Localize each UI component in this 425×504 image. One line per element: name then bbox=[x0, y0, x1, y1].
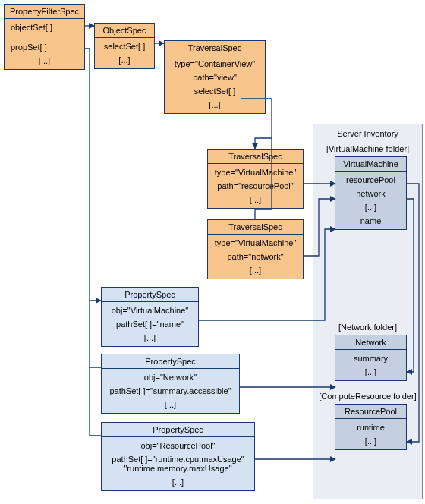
virtual-machine-box: VirtualMachine resourcePool network [...… bbox=[335, 156, 407, 230]
row-etc: [...] bbox=[208, 193, 303, 206]
row-path: path="resourcePool" bbox=[208, 179, 303, 193]
row-path: path="view" bbox=[165, 71, 265, 84]
row-propset: propSet[ ] bbox=[5, 40, 84, 54]
property-spec-1: PropertySpec obj="VirtualMachine" pathSe… bbox=[101, 287, 199, 347]
traversal-spec-3: TraversalSpec type="VirtualMachine" path… bbox=[207, 219, 304, 279]
row-pathset: pathSet[ ]="runtime.cpu.maxUsage" "runti… bbox=[102, 452, 254, 475]
row-pathset: pathSet[ ]="name" bbox=[102, 317, 198, 331]
box-title: PropertyFilterSpec bbox=[5, 5, 84, 19]
box-title: TraversalSpec bbox=[208, 220, 303, 235]
row-selectset: selectSet[ ] bbox=[165, 84, 265, 98]
network-box: Network summary [...] bbox=[335, 335, 407, 381]
object-spec: ObjectSpec selectSet[ ] [...] bbox=[94, 23, 155, 69]
row-etc: [...] bbox=[102, 398, 239, 411]
row-etc: [...] bbox=[5, 54, 84, 68]
property-spec-3: PropertySpec obj="ResourcePool" pathSet[… bbox=[101, 422, 255, 491]
property-spec-2: PropertySpec obj="Network" pathSet[ ]="s… bbox=[101, 354, 240, 414]
box-title: Network bbox=[335, 335, 406, 350]
traversal-spec-1: TraversalSpec type="ContainerView" path=… bbox=[164, 40, 266, 114]
compute-resource-folder-label: [ComputeResource folder] bbox=[313, 389, 422, 404]
row-obj: obj="ResourcePool" bbox=[102, 439, 254, 452]
row-resourcepool: resourcePool bbox=[335, 173, 406, 187]
row-summary: summary bbox=[335, 351, 406, 365]
row-name: name bbox=[335, 214, 406, 228]
resource-pool-box: ResourcePool runtime [...] bbox=[335, 404, 407, 450]
box-title: PropertySpec bbox=[102, 288, 198, 302]
traversal-spec-2: TraversalSpec type="VirtualMachine" path… bbox=[207, 149, 304, 209]
vm-folder-label: [VirtualMachine folder] bbox=[313, 141, 422, 156]
row-selectset: selectSet[ ] bbox=[95, 39, 154, 53]
property-filter-spec: PropertyFilterSpec objectSet[ ] propSet[… bbox=[4, 4, 85, 70]
row-type: type="VirtualMachine" bbox=[208, 165, 303, 179]
box-title: PropertySpec bbox=[102, 354, 239, 369]
row-etc: [...] bbox=[102, 475, 254, 489]
row-etc: [...] bbox=[335, 434, 406, 448]
row-obj: obj="Network" bbox=[102, 370, 239, 384]
row-path: path="network" bbox=[208, 250, 303, 263]
panel-title: Server Inventory bbox=[313, 124, 422, 141]
row-etc: [...] bbox=[335, 200, 406, 214]
row-runtime: runtime bbox=[335, 421, 406, 434]
row-etc: [...] bbox=[165, 98, 265, 112]
row-etc: [...] bbox=[102, 331, 198, 345]
box-title: TraversalSpec bbox=[165, 41, 265, 55]
box-title: ResourcePool bbox=[335, 405, 406, 419]
row-etc: [...] bbox=[95, 53, 154, 67]
row-network: network bbox=[335, 187, 406, 200]
box-title: VirtualMachine bbox=[335, 157, 406, 172]
box-title: ObjectSpec bbox=[95, 24, 154, 38]
row-obj: obj="VirtualMachine" bbox=[102, 304, 198, 317]
row-objectset: objectSet[ ] bbox=[5, 20, 84, 34]
row-type: type="VirtualMachine" bbox=[208, 236, 303, 250]
box-title: TraversalSpec bbox=[208, 150, 303, 164]
row-etc: [...] bbox=[335, 365, 406, 379]
server-inventory-panel: Server Inventory [VirtualMachine folder]… bbox=[313, 124, 423, 499]
box-title: PropertySpec bbox=[102, 423, 254, 437]
network-folder-label: [Network folder] bbox=[313, 320, 422, 335]
row-etc: [...] bbox=[208, 263, 303, 277]
row-pathset: pathSet[ ]="summary.accessible" bbox=[102, 384, 239, 398]
row-type: type="ContainerView" bbox=[165, 57, 265, 71]
